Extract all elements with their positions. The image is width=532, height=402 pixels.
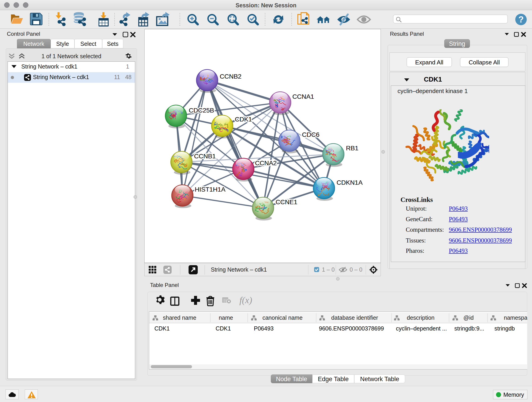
svg-text:shared name: shared name [163, 314, 196, 321]
svg-text:HIST1H1A: HIST1H1A [195, 186, 225, 193]
svg-text:CDC25B: CDC25B [189, 107, 214, 114]
svg-text:CCNA1: CCNA1 [292, 93, 314, 100]
svg-text:CCNB2: CCNB2 [220, 73, 241, 80]
svg-text:namespace: namespace [504, 314, 527, 321]
svg-text:CDK1: CDK1 [235, 116, 252, 123]
svg-text:CDC6: CDC6 [302, 131, 319, 138]
svg-text:CCNA2: CCNA2 [255, 160, 277, 167]
svg-text:name: name [219, 314, 233, 321]
svg-text:canonical name: canonical name [262, 314, 302, 321]
svg-text:database identifier: database identifier [331, 314, 378, 321]
svg-text:CCNB1: CCNB1 [194, 153, 216, 160]
svg-text:@id: @id [463, 314, 474, 321]
svg-text:RB1: RB1 [346, 145, 358, 152]
svg-text:?: ? [518, 15, 524, 24]
svg-text:description: description [407, 314, 435, 321]
svg-text:CDKN1A: CDKN1A [336, 179, 363, 186]
svg-text:CCNE1: CCNE1 [276, 198, 298, 206]
